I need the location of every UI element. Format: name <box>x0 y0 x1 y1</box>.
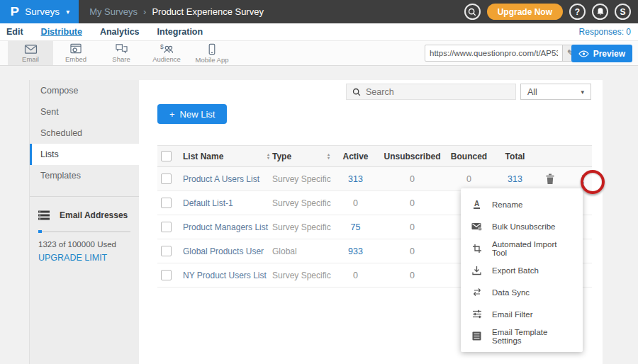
bounced-count: 0 <box>446 174 492 184</box>
crop-icon <box>471 244 482 254</box>
unsubscribed-count: 0 <box>379 271 446 280</box>
channel-audience[interactable]: $ Audience <box>144 41 189 65</box>
avatar-initial: S <box>620 7 625 17</box>
list-name-link[interactable]: Product A Users List <box>183 174 259 184</box>
svg-text:$: $ <box>160 43 164 50</box>
channel-mobile-app[interactable]: Mobile App <box>189 41 235 65</box>
sidebar-item-compose[interactable]: Compose <box>30 80 139 101</box>
breadcrumb: My Surveys › Product Experience Survey <box>89 6 264 17</box>
menu-item-automated-import-tool[interactable]: Automated Import Tool <box>461 237 583 259</box>
sidebar-item-lists[interactable]: Lists <box>30 144 139 165</box>
email-addresses-title: Email Addresses <box>60 210 128 220</box>
survey-subnav: Edit Distribute Analytics Integration Re… <box>0 23 638 41</box>
breadcrumb-current-survey: Product Experience Survey <box>152 6 264 17</box>
row-checkbox[interactable] <box>161 222 172 232</box>
row-actions-menu: A Rename Bulk Unsubscribe Automated Impo… <box>461 188 583 352</box>
top-header-bar: P Surveys ▾ My Surveys › Product Experie… <box>0 0 638 23</box>
sidebar-item-scheduled[interactable]: Scheduled <box>30 123 139 144</box>
tab-analytics[interactable]: Analytics <box>100 27 140 37</box>
row-checkbox[interactable] <box>161 270 172 280</box>
upgrade-now-button[interactable]: Upgrade Now <box>487 4 563 20</box>
sidebar-item-templates[interactable]: Templates <box>30 165 139 186</box>
active-count: 0 <box>332 271 379 280</box>
sort-icon[interactable]: ▴▾ <box>328 153 330 160</box>
channel-embed[interactable]: Embed <box>53 41 99 65</box>
list-name-link[interactable]: Default List-1 <box>183 198 233 208</box>
unsubscribed-count: 0 <box>379 198 446 208</box>
unsubscribe-envelope-icon <box>471 222 482 231</box>
responses-count[interactable]: Responses: 0 <box>579 27 631 37</box>
menu-item-data-sync[interactable]: Data Sync <box>461 281 583 303</box>
email-sidebar: Compose Sent Scheduled Lists Templates E… <box>29 80 139 364</box>
menu-item-email-template-settings[interactable]: Email Template Settings <box>461 325 583 347</box>
eye-icon <box>578 50 589 57</box>
product-switcher-label: Surveys <box>25 6 60 17</box>
active-count[interactable]: 933 <box>332 246 379 256</box>
upgrade-limit-link[interactable]: UPGRADE LIMIT <box>38 253 130 263</box>
question-mark-icon: ? <box>575 7 580 17</box>
search-button[interactable] <box>464 4 481 20</box>
row-checkbox[interactable] <box>161 198 172 208</box>
app-window: P Surveys ▾ My Surveys › Product Experie… <box>0 0 638 364</box>
header-list-name: List Name <box>183 152 223 161</box>
header-unsubscribed: Unsubscribed <box>379 152 446 161</box>
rename-icon: A <box>471 200 482 209</box>
row-checkbox[interactable] <box>161 246 172 256</box>
channel-share[interactable]: Share <box>99 41 144 65</box>
plus-icon: + <box>169 109 175 120</box>
channel-email[interactable]: Email <box>8 41 53 65</box>
search-input[interactable] <box>366 87 510 97</box>
breadcrumb-separator: › <box>143 6 146 17</box>
help-button[interactable]: ? <box>569 4 586 20</box>
delete-list-button[interactable] <box>545 174 555 185</box>
active-count[interactable]: 313 <box>332 174 379 184</box>
list-name-link[interactable]: Product Managers List <box>183 222 268 232</box>
menu-item-rename[interactable]: A Rename <box>461 193 583 215</box>
unsubscribed-count: 0 <box>379 222 446 232</box>
survey-url-group: ✎ <box>425 45 579 62</box>
template-document-icon <box>471 331 482 341</box>
preview-label: Preview <box>593 49 625 59</box>
tab-integration[interactable]: Integration <box>157 27 203 37</box>
list-name-link[interactable]: Global Products User <box>183 246 264 256</box>
usage-text: 1323 of 100000 Used <box>38 240 130 249</box>
table-header-row: List Name ▴▾ Type ▴▾ Active Unsubscribed… <box>157 145 592 167</box>
search-icon <box>352 88 361 96</box>
tab-edit[interactable]: Edit <box>6 27 23 37</box>
audience-people-icon: $ <box>160 43 174 55</box>
header-active: Active <box>332 152 379 161</box>
chat-bubbles-icon <box>115 43 128 55</box>
filter-selected-value: All <box>527 87 537 97</box>
survey-url-input[interactable] <box>425 45 562 61</box>
product-switcher[interactable]: P Surveys ▾ <box>0 0 79 23</box>
select-all-checkbox[interactable] <box>161 151 172 161</box>
menu-item-export-batch[interactable]: Export Batch <box>461 259 583 281</box>
row-checkbox[interactable] <box>161 174 172 184</box>
active-count[interactable]: 75 <box>332 222 379 232</box>
channel-email-label: Email <box>22 55 39 63</box>
menu-item-bulk-unsubscribe[interactable]: Bulk Unsubscribe <box>461 215 583 237</box>
envelope-icon <box>24 44 38 55</box>
embed-window-icon <box>69 43 82 55</box>
questionpro-logo: P <box>10 5 18 19</box>
list-filter-dropdown[interactable]: All ▾ <box>520 84 591 100</box>
new-list-button[interactable]: + New List <box>157 104 227 124</box>
list-name-link[interactable]: NY Product Users List <box>183 271 267 280</box>
channel-audience-label: Audience <box>152 55 181 63</box>
header-total: Total <box>492 152 538 161</box>
filter-sliders-icon <box>471 309 482 319</box>
breadcrumb-my-surveys[interactable]: My Surveys <box>89 6 138 17</box>
topbar-actions: Upgrade Now ? S <box>464 4 638 20</box>
tab-distribute[interactable]: Distribute <box>41 27 82 37</box>
menu-item-email-filter[interactable]: Email Filter <box>461 303 583 325</box>
user-avatar[interactable]: S <box>615 4 631 20</box>
sort-icon[interactable]: ▴▾ <box>267 153 269 160</box>
table-row: Product A Users List Survey Specific 313… <box>157 167 592 191</box>
channel-embed-label: Embed <box>65 55 86 63</box>
sidebar-item-sent[interactable]: Sent <box>30 101 139 123</box>
bell-icon <box>596 7 605 16</box>
header-bounced: Bounced <box>446 152 492 161</box>
notifications-button[interactable] <box>592 4 608 20</box>
unsubscribed-count: 0 <box>379 174 446 184</box>
preview-button[interactable]: Preview <box>571 45 632 62</box>
